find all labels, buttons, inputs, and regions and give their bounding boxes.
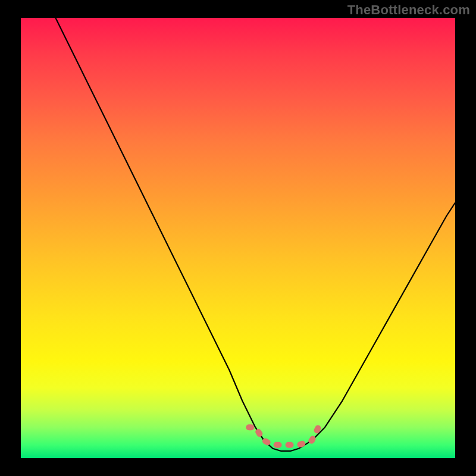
plot-area (21, 18, 455, 458)
chart-frame: TheBottleneck.com (0, 0, 476, 476)
bottleneck-curve-line (55, 18, 455, 451)
watermark-text: TheBottleneck.com (347, 2, 470, 18)
curve-layer (21, 18, 455, 458)
